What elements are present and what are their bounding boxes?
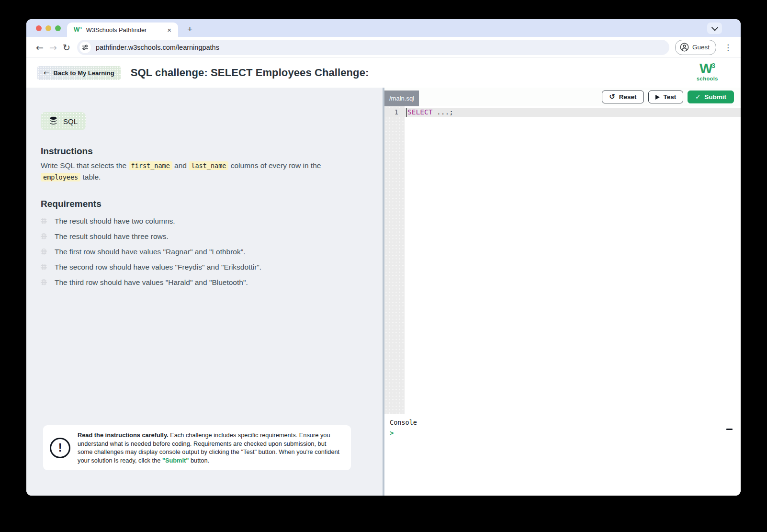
back-button[interactable]: ← [33, 41, 46, 54]
profile-button[interactable]: Guest [675, 40, 716, 55]
tab-close-icon[interactable]: × [165, 25, 173, 34]
site-settings-icon[interactable] [79, 42, 91, 53]
line-number: 1 [384, 108, 405, 117]
browser-toolbar: ← → ↻ pathfinder.w3schools.com/learningp… [26, 37, 741, 58]
editor-panel: /main.sql ↺ Reset Test ✓ Submit [384, 88, 741, 496]
database-icon [49, 116, 58, 126]
requirement-bullet-icon [41, 233, 47, 239]
reset-button[interactable]: ↺ Reset [602, 91, 643, 103]
new-tab-button[interactable]: + [184, 23, 195, 34]
browser-tab[interactable]: W3 W3Schools Pathfinder × [67, 23, 178, 37]
undo-icon: ↺ [609, 93, 615, 101]
forward-button[interactable]: → [46, 41, 60, 54]
requirements-heading: Requirements [41, 199, 368, 209]
browser-menu-button[interactable]: ⋮ [721, 43, 735, 52]
tab-title: W3Schools Pathfinder [86, 26, 166, 34]
note-text: Read the instructions carefully. Each ch… [78, 431, 342, 464]
instructions-note: ! Read the instructions carefully. Each … [43, 425, 351, 470]
url-text: pathfinder.w3schools.com/learningpaths [96, 44, 219, 51]
browser-tab-strip: W3 W3Schools Pathfinder × + [26, 19, 741, 37]
editor-actions: ↺ Reset Test ✓ Submit [602, 91, 741, 103]
instructions-text: Write SQL that selects the first_name an… [41, 160, 343, 183]
window-controls [36, 25, 61, 31]
language-badge-label: SQL [63, 117, 78, 125]
language-badge: SQL [41, 112, 86, 130]
test-button[interactable]: Test [648, 91, 684, 103]
active-code-line: 1 SELECT ...; [384, 108, 741, 117]
editor-header: /main.sql ↺ Reset Test ✓ Submit [384, 88, 741, 106]
tab-search-button[interactable] [707, 23, 722, 34]
console-prompt: > [390, 429, 734, 437]
play-icon [655, 95, 660, 100]
file-tab[interactable]: /main.sql [384, 91, 419, 106]
challenge-panel: SQL Instructions Write SQL that selects … [26, 88, 383, 496]
submit-button[interactable]: ✓ Submit [688, 91, 734, 103]
requirement-item: The result should have two columns. [41, 217, 368, 226]
requirement-bullet-icon [41, 218, 47, 224]
w3schools-favicon: W3 [74, 26, 82, 33]
instructions-heading: Instructions [41, 146, 368, 157]
left-arrow-icon: ← [44, 68, 50, 77]
page-title: SQL challenge: SELECT Employees Challeng… [131, 67, 369, 79]
back-to-learning-label: Back to My Learning [54, 69, 114, 77]
profile-label: Guest [692, 44, 710, 51]
requirement-item: The result should have three rows. [41, 232, 368, 241]
console-label: Console [390, 419, 734, 426]
code-editor[interactable]: 1 SELECT ...; [384, 106, 741, 414]
page-header: ← Back to My Learning SQL challenge: SEL… [26, 58, 741, 88]
requirement-bullet-icon [41, 264, 47, 270]
exclamation-icon: ! [50, 438, 70, 458]
close-window-button[interactable] [36, 25, 42, 31]
back-to-learning-button[interactable]: ← Back to My Learning [37, 66, 121, 80]
browser-window: W3 W3Schools Pathfinder × + ← → ↻ pathfi… [26, 19, 741, 496]
console-panel: Console > [384, 414, 741, 496]
code-text: SELECT ...; [406, 108, 453, 117]
check-icon: ✓ [695, 93, 700, 101]
address-bar[interactable]: pathfinder.w3schools.com/learningpaths [77, 40, 669, 55]
requirement-item: The second row should have values "Freyd… [41, 263, 368, 272]
reload-button[interactable]: ↻ [60, 41, 73, 54]
zoom-window-button[interactable] [55, 25, 61, 31]
main-content: SQL Instructions Write SQL that selects … [26, 88, 741, 496]
chevron-down-icon [711, 24, 718, 31]
w3schools-logo: W3 schools [697, 62, 718, 81]
requirement-bullet-icon [41, 279, 47, 285]
console-minimize-button[interactable] [726, 429, 733, 430]
requirement-item: The third row should have values "Harald… [41, 278, 368, 287]
requirement-bullet-icon [41, 249, 47, 255]
line-number-gutter [384, 106, 405, 414]
minimize-window-button[interactable] [45, 25, 51, 31]
person-icon [680, 43, 689, 52]
requirements-list: The result should have two columns. The … [41, 217, 368, 287]
requirement-item: The first row should have values "Ragnar… [41, 248, 368, 256]
